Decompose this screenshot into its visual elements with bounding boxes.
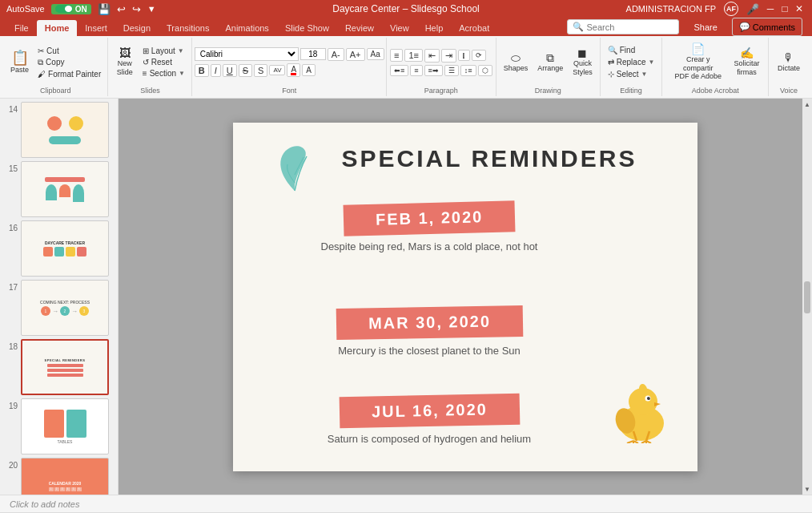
new-slide-button[interactable]: 🖼 NewSlide [112,45,138,79]
minimize-button[interactable]: ─ [764,2,777,15]
slide-canvas[interactable]: SPECIAL REMINDERS FEB 1, 2020 Despite be… [233,123,697,471]
event-2-description: Mercury is the closest planet to the Sun [297,345,561,357]
event-1-description: Despite being red, Mars is a cold place,… [297,240,561,252]
cut-copy-format-buttons: ✂Cut ⧉Copy 🖌Format Painter [34,46,104,79]
paste-button[interactable]: 📋 Paste [6,48,33,77]
slide-thumb-14[interactable]: 14 [5,102,113,158]
tab-home[interactable]: Home [37,20,78,36]
slide-thumb-18[interactable]: 18 SPECIAL REMINDERS [5,339,113,395]
slide-preview-20[interactable]: CALENDAR 2020 1 2 3 4 5 6 [21,458,109,495]
line-spacing-button[interactable]: ↕≡ [460,65,476,76]
slide-thumb-19[interactable]: 19 TABLES [5,398,113,454]
request-signatures-label: Solicitarfirmas [734,59,760,77]
clear-format-button[interactable]: Aa [367,48,384,60]
layout-button[interactable]: ⊞ Layout ▼ [139,46,188,56]
clipboard-label: Clipboard [40,85,71,95]
redo-icon[interactable]: ↪ [132,3,141,15]
title-bar-left: AutoSave ON 💾 ↩ ↪ ▼ [6,3,156,15]
autosave-toggle[interactable] [55,5,73,13]
comments-button[interactable]: 💬 Comments [732,18,802,36]
tab-insert[interactable]: Insert [77,20,115,36]
reset-button[interactable]: ↺ Reset [139,57,188,67]
tab-view[interactable]: View [382,20,417,36]
search-box[interactable]: 🔍 [567,19,679,34]
dictate-button[interactable]: 🎙 Dictate [774,50,804,75]
align-center-button[interactable]: ≡ [410,65,422,76]
font-size-input[interactable] [300,48,326,60]
event-2-area: MAR 30, 2020 Mercury is the closest plan… [297,307,561,357]
quick-styles-button[interactable]: ◼ QuickStyles [569,45,597,79]
align-right-button[interactable]: ≡➡ [424,65,443,76]
maximize-button[interactable]: □ [778,2,791,15]
increase-font-button[interactable]: A+ [346,48,365,61]
adobe-group: 📄 Crear y compartirPDF de Adobe ✍ Solici… [662,38,769,96]
format-painter-button[interactable]: 🖌Format Painter [34,69,104,79]
shadow-button[interactable]: S [254,64,267,77]
slide-thumb-15[interactable]: 15 [5,161,113,217]
arrange-button[interactable]: ⧉ Arrange [533,50,567,75]
slide-preview-15[interactable] [21,161,109,217]
canvas-scrollbar[interactable]: ▲ ▼ [802,99,812,495]
tab-animations[interactable]: Animations [217,20,276,36]
scroll-down-arrow[interactable]: ▼ [802,483,812,495]
bullet-list-button[interactable]: ≡ [390,49,403,62]
notes-placeholder: Click to add notes [10,499,79,509]
columns-button[interactable]: ⫿ [458,50,470,61]
request-signatures-button[interactable]: ✍ Solicitarfirmas [730,45,763,79]
align-left-button[interactable]: ⬅≡ [390,65,408,76]
slide-preview-19[interactable]: TABLES [21,398,109,454]
create-pdf-button[interactable]: 📄 Crear y compartirPDF de Adobe [667,41,729,83]
tab-design[interactable]: Design [115,20,159,36]
customize-icon[interactable]: ▼ [147,4,156,14]
font-color-button[interactable]: A [287,63,300,77]
tab-slideshow[interactable]: Slide Show [277,20,337,36]
tab-transitions[interactable]: Transitions [159,20,217,36]
slide-thumb-17[interactable]: 17 COMING NEXT: PROCESS 1 → 2 → 3 [5,280,113,336]
bold-button[interactable]: B [195,64,209,77]
copy-button[interactable]: ⧉Copy [34,57,104,68]
share-button[interactable]: Share [684,19,726,35]
slide-preview-16[interactable]: DAYCARE TRACKER [21,220,109,277]
tab-acrobat[interactable]: Acrobat [451,20,497,36]
italic-button[interactable]: I [211,64,221,77]
decrease-font-button[interactable]: A- [328,48,344,61]
shapes-button[interactable]: ⬭ Shapes [500,50,533,75]
find-button[interactable]: 🔍 Find [605,45,658,55]
scroll-track[interactable] [802,110,812,483]
underline-button[interactable]: U [223,64,237,77]
char-spacing-button[interactable]: AV [269,65,285,75]
notes-bar[interactable]: Click to add notes [0,495,812,512]
undo-icon[interactable]: ↩ [117,3,126,15]
scroll-thumb[interactable] [804,281,810,313]
tab-help[interactable]: Help [417,20,452,36]
slide-thumb-16[interactable]: 16 DAYCARE TRACKER [5,220,113,277]
text-direction-button[interactable]: ⟳ [472,50,486,61]
slide-preview-17[interactable]: COMING NEXT: PROCESS 1 → 2 → 3 [21,280,109,336]
slide-preview-14[interactable] [21,102,109,158]
increase-indent-button[interactable]: ⇥ [441,49,456,63]
smart-art-button[interactable]: ⬡ [478,65,492,76]
microphone-icon[interactable]: 🎤 [746,3,759,15]
font-name-select[interactable]: Calibri [195,47,299,61]
list-row: ≡ 1≡ ⇤ ⇥ ⫿ ⟳ [390,49,492,63]
save-icon[interactable]: 💾 [98,3,111,15]
shapes-label: Shapes [504,64,529,73]
tab-file[interactable]: File [6,20,37,36]
autosave-badge[interactable]: ON [51,4,91,14]
scroll-up-arrow[interactable]: ▲ [802,99,812,110]
strikethrough-button[interactable]: S [239,64,252,77]
replace-button[interactable]: ⇄ Replace ▼ [605,57,658,67]
slide-preview-18[interactable]: SPECIAL REMINDERS [21,339,109,395]
decrease-indent-button[interactable]: ⇤ [424,49,440,63]
tab-review[interactable]: Review [337,20,382,36]
close-button[interactable]: ✕ [793,2,806,15]
justify-button[interactable]: ☰ [444,65,459,76]
highlight-button[interactable]: A [302,64,316,76]
cut-icon: ✂ [38,46,44,55]
numbered-list-button[interactable]: 1≡ [404,49,423,62]
slide-thumb-20[interactable]: 20 CALENDAR 2020 1 2 3 4 5 6 [5,458,113,495]
section-button[interactable]: ≡ Section ▼ [139,68,188,79]
select-button[interactable]: ⊹ Select ▼ [605,69,658,79]
search-input[interactable] [586,22,666,32]
cut-button[interactable]: ✂Cut [34,46,104,56]
